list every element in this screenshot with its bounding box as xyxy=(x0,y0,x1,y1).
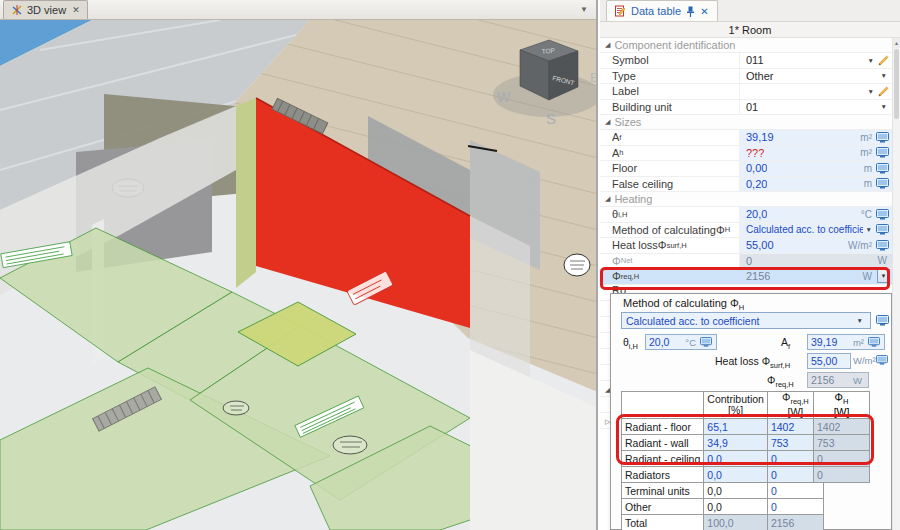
dropdown-icon[interactable]: ▼ xyxy=(878,72,890,79)
phi-req-value[interactable]: 2156 W ▼ xyxy=(740,269,892,284)
edit-pencil-icon[interactable] xyxy=(878,86,889,97)
3d-viewport[interactable]: W S E TOP FRONT xyxy=(0,20,596,530)
row-type: Type Other ▼ xyxy=(600,69,892,85)
header-blank xyxy=(622,392,704,419)
collapse-icon: ◢ xyxy=(605,41,610,49)
phi-req-cell[interactable]: 0 xyxy=(767,499,823,515)
floor-input[interactable]: 0,00 m xyxy=(740,161,892,176)
computed-monitor-icon[interactable] xyxy=(876,209,889,220)
right-tab-bar: Data table ✕ xyxy=(600,0,900,22)
method-dropdown[interactable]: Calculated acc. to coefficient ▼ xyxy=(621,312,871,329)
section-component-identification[interactable]: ◢ Component identification xyxy=(600,38,892,53)
theta-input[interactable]: 20,0 °C xyxy=(740,207,892,222)
field-label: Φreq,H xyxy=(600,269,740,284)
row-phi-req: Φreq,H 2156 W ▼ xyxy=(600,269,892,285)
header-contribution: Contribution[%] xyxy=(704,392,768,419)
computed-monitor-icon[interactable] xyxy=(868,337,880,347)
heat-loss-unit: W/m² xyxy=(853,355,876,366)
contribution-cell[interactable]: 65,1 xyxy=(704,419,768,435)
computed-monitor-icon[interactable] xyxy=(876,163,889,174)
compass-west[interactable]: W xyxy=(497,89,511,105)
computed-monitor-icon[interactable] xyxy=(876,224,889,235)
row-ah: Ah ??? m² xyxy=(600,146,892,162)
phi-req-cell[interactable]: 0 xyxy=(767,483,823,499)
row-phi-net: ΦNet 0 W xyxy=(600,254,892,270)
field-label: Type xyxy=(600,69,740,84)
field-label: Label xyxy=(600,84,740,99)
ah-input[interactable]: ??? m² xyxy=(740,146,892,161)
dropdown-icon[interactable]: ▼ xyxy=(854,317,866,324)
type-select[interactable]: Other ▼ xyxy=(740,69,892,84)
vertical-scrollbar[interactable]: ▲ xyxy=(892,38,900,530)
phi-req-label: Φreq,H xyxy=(767,374,794,389)
field-label: Ah xyxy=(600,146,740,161)
label-input[interactable]: ▼ xyxy=(740,84,892,99)
contribution-table: Contribution[%] Φreq,H[W] Radiant - floo… xyxy=(621,391,824,530)
computed-monitor-icon[interactable] xyxy=(876,315,889,326)
row-floor: Floor 0,00 m xyxy=(600,161,892,177)
application-window: 3D view ✕ ▼ xyxy=(0,0,900,530)
edit-pencil-icon[interactable] xyxy=(878,55,889,66)
contribution-cell[interactable]: 0,0 xyxy=(704,483,768,499)
tab-data-table[interactable]: Data table ✕ xyxy=(606,0,718,21)
dropdown-icon[interactable]: ▼ xyxy=(865,57,877,64)
computed-monitor-icon[interactable] xyxy=(876,240,889,251)
af-label: Af xyxy=(781,336,790,351)
field-label: Heat loss Φsurf,H xyxy=(600,238,740,253)
data-table-pane: Data table ✕ 1* Room ◢ Component identif… xyxy=(600,0,900,530)
computed-monitor-icon[interactable] xyxy=(876,132,889,143)
af-input[interactable]: 39,19 m² xyxy=(740,130,892,145)
left-tab-bar: 3D view ✕ ▼ xyxy=(0,0,596,20)
3d-scene-svg: W S E TOP FRONT xyxy=(0,20,596,530)
dropdown-icon[interactable]: ▼ xyxy=(878,103,890,110)
phi-req-popup: Method of calculating ΦH Calculated acc.… xyxy=(610,293,892,530)
computed-monitor-icon[interactable] xyxy=(876,355,888,365)
data-table-icon xyxy=(615,5,626,17)
cube-top-label: TOP xyxy=(541,47,555,55)
phi-net-value: 0 W xyxy=(740,254,892,269)
computed-monitor-icon[interactable] xyxy=(876,147,889,158)
close-icon[interactable]: ✕ xyxy=(700,6,708,17)
property-grid: ◢ Component identification Symbol 011 ▼ … xyxy=(600,38,892,530)
scroll-up-icon[interactable]: ▲ xyxy=(893,38,900,48)
contribution-cell[interactable]: 0,0 xyxy=(704,451,768,467)
heat-loss-input[interactable]: 55,00 W/m² xyxy=(740,238,892,253)
tab-overflow-chevron-icon[interactable]: ▼ xyxy=(580,5,588,14)
phi-h-cell: 0 xyxy=(814,451,870,467)
contribution-cell[interactable]: 0,0 xyxy=(704,467,768,483)
computed-monitor-icon[interactable] xyxy=(876,178,889,189)
phi-req-readout: 2156 W xyxy=(807,372,869,388)
tab-3d-view[interactable]: 3D view ✕ xyxy=(3,0,88,19)
field-label: Method of calculating ΦH xyxy=(600,223,740,238)
compass-east[interactable]: E xyxy=(590,70,596,85)
heat-loss-input[interactable]: 55,00 xyxy=(807,353,851,369)
row-method: Method of calculating ΦH Calculated acc.… xyxy=(600,223,892,239)
building-unit-select[interactable]: 01 ▼ xyxy=(740,100,892,115)
collapse-icon: ◢ xyxy=(605,118,610,126)
theta-input[interactable]: 20,0 °C xyxy=(645,334,717,350)
contribution-cell[interactable]: 0,0 xyxy=(704,499,768,515)
scrollbar-thumb[interactable] xyxy=(894,49,899,119)
field-label: θi,H xyxy=(600,207,740,222)
row-heat-loss: Heat loss Φsurf,H 55,00 W/m² xyxy=(600,238,892,254)
row-af: Af 39,19 m² xyxy=(600,130,892,146)
symbol-input[interactable]: 011 ▼ xyxy=(740,53,892,68)
pin-icon[interactable] xyxy=(686,6,695,17)
section-sizes[interactable]: ◢ Sizes xyxy=(600,115,892,130)
false-ceiling-input[interactable]: 0,20 m xyxy=(740,177,892,192)
phi-h-cell: 0 xyxy=(814,467,870,483)
yellow-green-wall[interactable] xyxy=(236,98,256,288)
dropdown-icon[interactable]: ▼ xyxy=(863,226,875,233)
close-icon[interactable]: ✕ xyxy=(72,5,80,15)
field-label: Building unit xyxy=(600,100,740,115)
method-select[interactable]: Calculated acc. to coefficient ▼ xyxy=(740,223,892,238)
section-heating[interactable]: ◢ Heating xyxy=(600,192,892,207)
compass-south[interactable]: S xyxy=(546,110,556,127)
contribution-cell[interactable]: 34,9 xyxy=(704,435,768,451)
table-row-radiant-wall: Radiant - wall 34,9 753 xyxy=(622,435,824,451)
computed-monitor-icon[interactable] xyxy=(700,337,712,347)
table-row-radiant-ceiling: Radiant - ceiling 0,0 0 xyxy=(622,451,824,467)
phi-req-dropdown-button[interactable]: ▼ xyxy=(877,269,890,283)
af-input[interactable]: 39,19 m² xyxy=(807,334,885,350)
dropdown-icon[interactable]: ▼ xyxy=(865,88,877,95)
